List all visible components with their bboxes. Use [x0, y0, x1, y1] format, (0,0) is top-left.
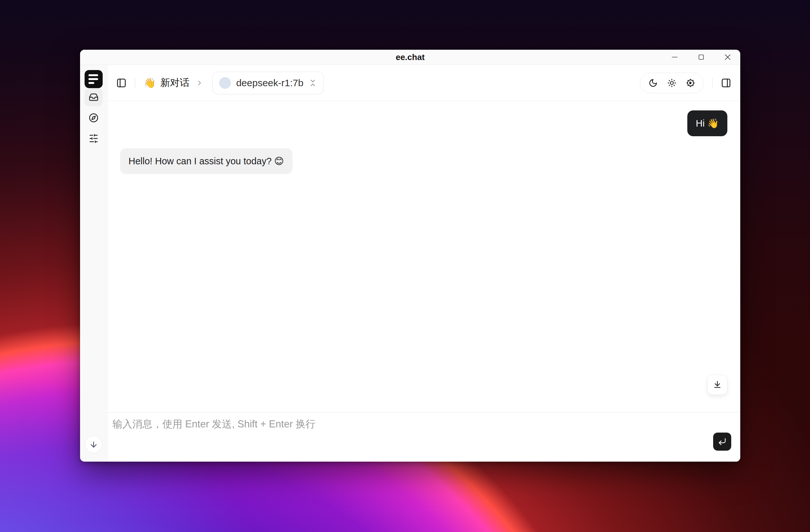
sidebar-item-inbox[interactable]	[85, 88, 103, 106]
theme-switcher	[640, 72, 704, 93]
chat-header: 👋 新对话 deepseek-r1:7b	[107, 65, 740, 101]
message-input[interactable]	[112, 418, 705, 456]
sun-icon	[667, 78, 676, 87]
moon-icon	[649, 78, 658, 87]
user-message-bubble: Hi 👋	[687, 110, 727, 136]
composer	[107, 412, 740, 462]
send-button[interactable]	[713, 433, 731, 451]
toggle-right-panel-button[interactable]	[721, 78, 731, 88]
wave-emoji: 👋	[144, 77, 156, 88]
message-list: Hi 👋 Hello! How can I assist you today? …	[107, 101, 740, 412]
collapse-icon[interactable]	[309, 79, 317, 87]
message-row-user: Hi 👋	[120, 110, 727, 136]
window-controls	[670, 50, 732, 65]
panel-left-icon	[116, 78, 127, 88]
close-icon	[723, 53, 732, 62]
conversation-title: 新对话	[160, 76, 189, 90]
scroll-to-bottom-button[interactable]	[707, 375, 727, 395]
auto-theme-button[interactable]	[686, 78, 695, 87]
compass-icon	[89, 113, 98, 123]
model-name: deepseek-r1:7b	[236, 78, 303, 88]
model-selector[interactable]: deepseek-r1:7b	[212, 72, 323, 94]
arrow-down-icon	[89, 440, 98, 449]
assistant-message-bubble: Hello! How can I assist you today? 😊	[120, 148, 292, 174]
maximize-icon	[697, 53, 705, 61]
breadcrumb[interactable]: 👋 新对话	[144, 76, 189, 90]
toggle-sidebar-button[interactable]	[116, 78, 127, 88]
sidebar-item-settings[interactable]	[85, 129, 103, 147]
chevron-right-icon	[196, 79, 204, 87]
desktop-wallpaper: { "titlebar": { "title": "ee.chat" }, "s…	[0, 0, 810, 532]
app-window: ee.chat	[80, 50, 740, 462]
light-theme-button[interactable]	[667, 78, 676, 87]
titlebar: ee.chat	[80, 50, 740, 65]
update-button[interactable]	[85, 436, 102, 453]
panel-right-icon	[721, 78, 731, 88]
arrow-down-to-line-icon	[713, 380, 722, 389]
close-button[interactable]	[723, 52, 732, 62]
header-divider-2	[712, 78, 713, 88]
gear-icon	[686, 78, 695, 87]
sidebar	[80, 65, 107, 462]
sidebar-item-discover[interactable]	[85, 109, 103, 127]
enter-arrow-icon	[718, 437, 727, 446]
minimize-icon	[670, 53, 679, 61]
message-row-assistant: Hello! How can I assist you today? 😊	[120, 148, 727, 174]
sliders-icon	[89, 134, 98, 143]
minimize-button[interactable]	[670, 52, 680, 62]
dark-theme-button[interactable]	[649, 78, 658, 87]
app-logo[interactable]	[85, 70, 103, 88]
main-panel: 👋 新对话 deepseek-r1:7b	[107, 65, 740, 462]
window-title: ee.chat	[80, 50, 740, 65]
maximize-button[interactable]	[696, 52, 706, 62]
inbox-icon	[89, 92, 98, 102]
model-avatar	[219, 77, 231, 89]
